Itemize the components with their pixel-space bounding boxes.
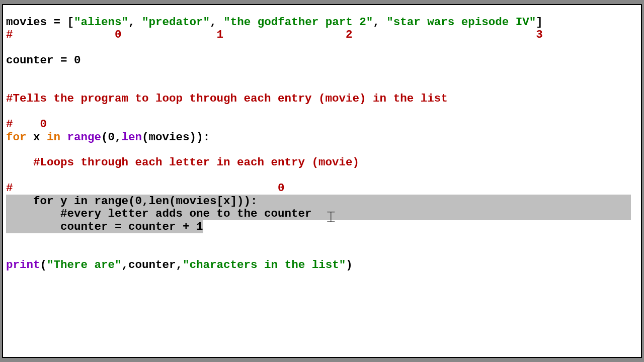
code-line-14: # 0 xyxy=(6,182,285,195)
editor-window: movies = ["aliens", "predator", "the god… xyxy=(2,4,642,358)
selection-line-17[interactable]: counter = counter + 1 xyxy=(6,220,203,233)
code-line-12: #Loops through each letter in each entry… xyxy=(6,156,359,169)
code-line-10: for x in range(0,len(movies)): xyxy=(6,131,210,144)
code-line-2: # 0 1 2 3 xyxy=(6,28,543,41)
code-line-7: #Tells the program to loop through each … xyxy=(6,92,448,105)
code-line-9: # 0 xyxy=(6,118,47,131)
selection-line-16[interactable]: #every letter adds one to the counter xyxy=(6,207,631,220)
code-line-20: print("There are",counter,"characters in… xyxy=(6,258,353,272)
code-area[interactable]: movies = ["aliens", "predator", "the god… xyxy=(6,16,638,354)
code-line-4: counter = 0 xyxy=(6,54,81,67)
code-line-1: movies = ["aliens", "predator", "the god… xyxy=(6,16,543,29)
selection-line-15[interactable]: for y in range(0,len(movies[x])): xyxy=(6,195,631,208)
